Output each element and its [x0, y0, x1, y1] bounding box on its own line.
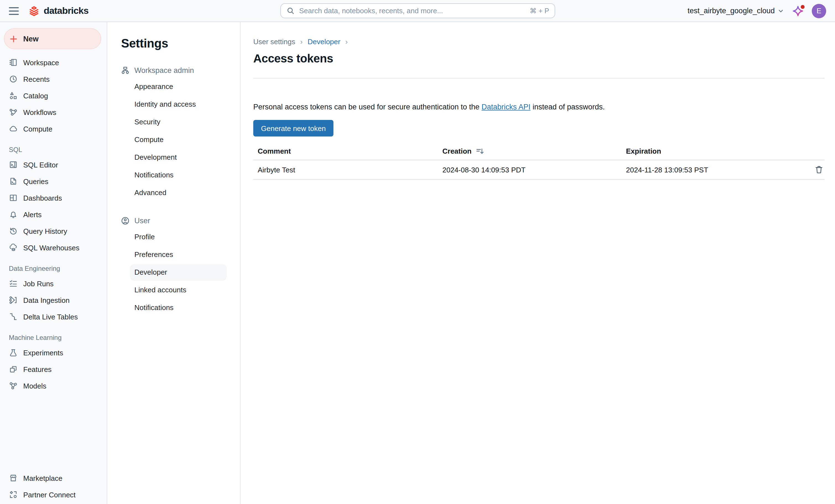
sidebar-item-data-ingestion[interactable]: Data Ingestion [0, 292, 107, 308]
sidebar-item-label: Job Runs [23, 279, 54, 288]
sidebar-item-label: Marketplace [23, 474, 62, 482]
catalog-icon [9, 91, 18, 100]
queries-icon [9, 177, 18, 186]
new-button-label: New [23, 35, 39, 43]
compute-cloud-icon [9, 124, 18, 133]
settings-group-header-label: User [135, 217, 150, 225]
token-row: Airbyte Test 2024-08-30 14:09:53 PDT 202… [253, 160, 824, 180]
column-header-comment: Comment [253, 147, 438, 155]
sidebar-item-label: Alerts [23, 210, 41, 218]
sidebar-item-sql-editor[interactable]: SQL Editor [0, 156, 107, 173]
assistant-sparkle-button[interactable] [792, 5, 803, 16]
sidebar-bottom-group: Marketplace Partner Connect [0, 470, 107, 503]
sidebar-item-label: Workflows [23, 108, 56, 116]
breadcrumb-user-settings[interactable]: User settings [253, 38, 295, 46]
sidebar-item-query-history[interactable]: Query History [0, 223, 107, 239]
sidebar-item-partner-connect[interactable]: Partner Connect [0, 486, 107, 503]
generate-new-token-button[interactable]: Generate new token [253, 120, 333, 136]
sidebar-item-label: Queries [23, 177, 48, 185]
breadcrumb: User settings › Developer › [253, 22, 824, 46]
settings-group-user: User [121, 216, 240, 226]
data-ingestion-icon [9, 296, 18, 304]
sidebar-item-dashboards[interactable]: Dashboards [0, 190, 107, 206]
sidebar-item-label: Recents [23, 75, 49, 83]
sidebar-item-label: Features [23, 365, 52, 373]
sidebar-item-label: Experiments [23, 349, 63, 357]
settings-panel: Settings Workspace admin Appearance Iden… [107, 22, 241, 504]
new-button[interactable]: New [4, 28, 101, 49]
breadcrumb-separator-icon: › [300, 38, 303, 46]
settings-item-developer[interactable]: Developer [130, 264, 227, 281]
marketplace-store-icon [9, 474, 18, 482]
job-runs-icon [9, 279, 18, 288]
delta-live-tables-icon [9, 312, 18, 321]
settings-item-preferences[interactable]: Preferences [130, 247, 227, 263]
sidebar-item-sql-warehouses[interactable]: SQL Warehouses [0, 239, 107, 256]
user-avatar[interactable]: E [812, 4, 826, 18]
sidebar-item-experiments[interactable]: Experiments [0, 344, 107, 361]
features-icon [9, 365, 18, 374]
sort-descending-icon[interactable] [476, 147, 484, 155]
databricks-app: databricks Search data, notebooks, recen… [0, 0, 835, 504]
sidebar-item-catalog[interactable]: Catalog [0, 87, 107, 104]
column-header-creation[interactable]: Creation [438, 147, 622, 155]
avatar-initial: E [816, 7, 821, 15]
sidebar-item-recents[interactable]: Recents [0, 71, 107, 87]
top-bar: databricks Search data, notebooks, recen… [0, 0, 835, 22]
sidebar-item-label: Catalog [23, 91, 48, 100]
sidebar-item-queries[interactable]: Queries [0, 173, 107, 190]
partner-connect-icon [9, 490, 18, 499]
chevron-down-icon [777, 7, 784, 14]
alerts-bell-icon [9, 210, 18, 219]
workspace-switcher[interactable]: test_airbyte_google_cloud [688, 7, 784, 15]
left-sidebar: New Workspace Recents Catalog [0, 22, 107, 504]
sidebar-item-features[interactable]: Features [0, 361, 107, 377]
search-shortcut-hint: ⌘ + P [530, 7, 549, 15]
sidebar-section-sql: SQL [0, 137, 107, 156]
global-search-input[interactable]: Search data, notebooks, recents, and mor… [280, 3, 555, 18]
settings-title: Settings [121, 37, 240, 51]
databricks-logo[interactable]: databricks [28, 5, 88, 17]
settings-item-user-notifications[interactable]: Notifications [130, 299, 227, 316]
sidebar-item-models[interactable]: Models [0, 377, 107, 394]
settings-item-linked-accounts[interactable]: Linked accounts [130, 282, 227, 298]
settings-item-development[interactable]: Development [130, 149, 227, 166]
settings-item-identity-and-access[interactable]: Identity and access [130, 96, 227, 113]
settings-item-appearance[interactable]: Appearance [130, 79, 227, 95]
settings-group-header-label: Workspace admin [135, 66, 194, 75]
settings-item-advanced[interactable]: Advanced [130, 185, 227, 201]
settings-item-profile[interactable]: Profile [130, 229, 227, 245]
settings-item-notifications[interactable]: Notifications [130, 167, 227, 184]
hamburger-menu-icon[interactable] [9, 7, 19, 15]
sidebar-item-label: Models [23, 382, 46, 390]
access-tokens-table: Comment Creation Expiration Airbyte Test… [253, 143, 824, 180]
plus-icon [9, 35, 18, 43]
sidebar-item-marketplace[interactable]: Marketplace [0, 470, 107, 486]
description-after: instead of passwords. [531, 103, 605, 111]
settings-item-security[interactable]: Security [130, 114, 227, 130]
sql-editor-icon [9, 160, 18, 169]
sidebar-item-alerts[interactable]: Alerts [0, 206, 107, 223]
sidebar-item-workflows[interactable]: Workflows [0, 104, 107, 121]
breadcrumb-developer[interactable]: Developer [307, 38, 340, 46]
topbar-right-cluster: test_airbyte_google_cloud E [688, 4, 826, 18]
sidebar-section-data-engineering: Data Engineering [0, 256, 107, 275]
main-content: User settings › Developer › Access token… [241, 22, 835, 504]
query-history-icon [9, 227, 18, 235]
sidebar-item-job-runs[interactable]: Job Runs [0, 275, 107, 292]
sidebar-item-delta-live-tables[interactable]: Delta Live Tables [0, 308, 107, 325]
sidebar-item-label: Query History [23, 227, 67, 235]
recents-clock-icon [9, 75, 18, 83]
sidebar-item-compute[interactable]: Compute [0, 121, 107, 137]
title-divider [253, 78, 824, 79]
table-header-row: Comment Creation Expiration [253, 143, 824, 160]
notification-dot [801, 5, 805, 8]
sidebar-item-workspace[interactable]: Workspace [0, 54, 107, 71]
sidebar-item-label: Data Ingestion [23, 296, 70, 304]
settings-item-compute[interactable]: Compute [130, 131, 227, 148]
delete-token-button[interactable] [815, 165, 824, 174]
sidebar-item-label: Dashboards [23, 194, 62, 202]
databricks-api-link[interactable]: Databricks API [482, 103, 531, 111]
description-before: Personal access tokens can be used for s… [253, 103, 482, 111]
sidebar-item-label: Compute [23, 125, 53, 133]
